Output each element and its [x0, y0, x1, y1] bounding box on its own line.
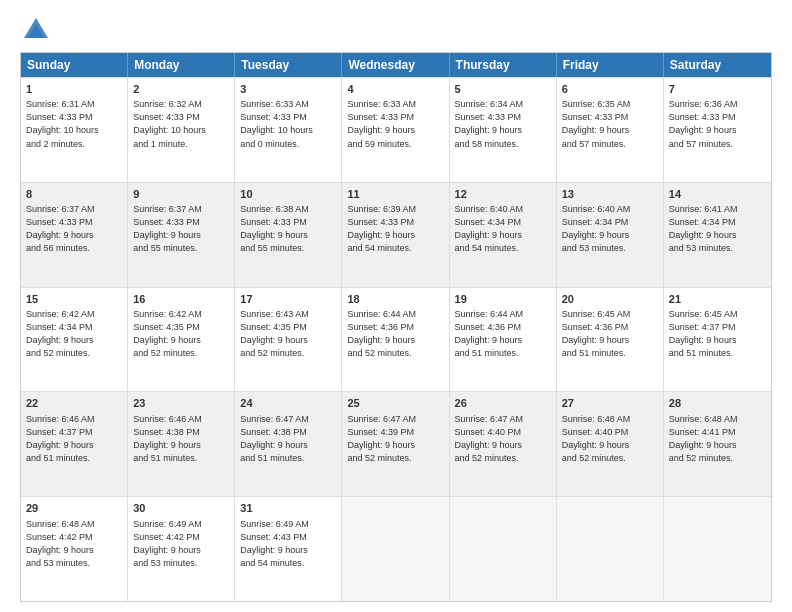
table-row: 2Sunrise: 6:32 AMSunset: 4:33 PMDaylight…: [128, 78, 235, 182]
day-number: 18: [347, 292, 443, 307]
day-number: 30: [133, 501, 229, 516]
table-row: 29Sunrise: 6:48 AMSunset: 4:42 PMDayligh…: [21, 497, 128, 601]
calendar-header: SundayMondayTuesdayWednesdayThursdayFrid…: [21, 53, 771, 77]
day-info: Sunrise: 6:46 AMSunset: 4:38 PMDaylight:…: [133, 413, 229, 465]
day-number: 25: [347, 396, 443, 411]
day-number: 28: [669, 396, 766, 411]
day-info: Sunrise: 6:37 AMSunset: 4:33 PMDaylight:…: [133, 203, 229, 255]
day-info: Sunrise: 6:41 AMSunset: 4:34 PMDaylight:…: [669, 203, 766, 255]
day-info: Sunrise: 6:47 AMSunset: 4:39 PMDaylight:…: [347, 413, 443, 465]
table-row: 19Sunrise: 6:44 AMSunset: 4:36 PMDayligh…: [450, 288, 557, 392]
day-number: 11: [347, 187, 443, 202]
day-info: Sunrise: 6:35 AMSunset: 4:33 PMDaylight:…: [562, 98, 658, 150]
day-info: Sunrise: 6:49 AMSunset: 4:42 PMDaylight:…: [133, 518, 229, 570]
day-number: 4: [347, 82, 443, 97]
header-day-tuesday: Tuesday: [235, 53, 342, 77]
day-info: Sunrise: 6:39 AMSunset: 4:33 PMDaylight:…: [347, 203, 443, 255]
table-row: [450, 497, 557, 601]
day-info: Sunrise: 6:33 AMSunset: 4:33 PMDaylight:…: [240, 98, 336, 150]
header-day-sunday: Sunday: [21, 53, 128, 77]
day-number: 1: [26, 82, 122, 97]
day-number: 5: [455, 82, 551, 97]
table-row: 6Sunrise: 6:35 AMSunset: 4:33 PMDaylight…: [557, 78, 664, 182]
day-number: 27: [562, 396, 658, 411]
table-row: 1Sunrise: 6:31 AMSunset: 4:33 PMDaylight…: [21, 78, 128, 182]
day-info: Sunrise: 6:40 AMSunset: 4:34 PMDaylight:…: [455, 203, 551, 255]
day-number: 9: [133, 187, 229, 202]
day-info: Sunrise: 6:49 AMSunset: 4:43 PMDaylight:…: [240, 518, 336, 570]
header-day-saturday: Saturday: [664, 53, 771, 77]
calendar-week-5: 29Sunrise: 6:48 AMSunset: 4:42 PMDayligh…: [21, 496, 771, 601]
day-info: Sunrise: 6:31 AMSunset: 4:33 PMDaylight:…: [26, 98, 122, 150]
day-info: Sunrise: 6:47 AMSunset: 4:38 PMDaylight:…: [240, 413, 336, 465]
table-row: 22Sunrise: 6:46 AMSunset: 4:37 PMDayligh…: [21, 392, 128, 496]
day-info: Sunrise: 6:48 AMSunset: 4:42 PMDaylight:…: [26, 518, 122, 570]
table-row: 12Sunrise: 6:40 AMSunset: 4:34 PMDayligh…: [450, 183, 557, 287]
table-row: 10Sunrise: 6:38 AMSunset: 4:33 PMDayligh…: [235, 183, 342, 287]
day-number: 8: [26, 187, 122, 202]
day-number: 26: [455, 396, 551, 411]
table-row: 7Sunrise: 6:36 AMSunset: 4:33 PMDaylight…: [664, 78, 771, 182]
header-day-wednesday: Wednesday: [342, 53, 449, 77]
day-info: Sunrise: 6:33 AMSunset: 4:33 PMDaylight:…: [347, 98, 443, 150]
table-row: 20Sunrise: 6:45 AMSunset: 4:36 PMDayligh…: [557, 288, 664, 392]
calendar-week-1: 1Sunrise: 6:31 AMSunset: 4:33 PMDaylight…: [21, 77, 771, 182]
day-number: 24: [240, 396, 336, 411]
day-info: Sunrise: 6:34 AMSunset: 4:33 PMDaylight:…: [455, 98, 551, 150]
table-row: 13Sunrise: 6:40 AMSunset: 4:34 PMDayligh…: [557, 183, 664, 287]
header-day-monday: Monday: [128, 53, 235, 77]
day-info: Sunrise: 6:47 AMSunset: 4:40 PMDaylight:…: [455, 413, 551, 465]
day-number: 10: [240, 187, 336, 202]
table-row: 17Sunrise: 6:43 AMSunset: 4:35 PMDayligh…: [235, 288, 342, 392]
table-row: 27Sunrise: 6:48 AMSunset: 4:40 PMDayligh…: [557, 392, 664, 496]
table-row: 31Sunrise: 6:49 AMSunset: 4:43 PMDayligh…: [235, 497, 342, 601]
day-number: 29: [26, 501, 122, 516]
table-row: 18Sunrise: 6:44 AMSunset: 4:36 PMDayligh…: [342, 288, 449, 392]
day-number: 19: [455, 292, 551, 307]
day-info: Sunrise: 6:32 AMSunset: 4:33 PMDaylight:…: [133, 98, 229, 150]
table-row: 16Sunrise: 6:42 AMSunset: 4:35 PMDayligh…: [128, 288, 235, 392]
day-number: 12: [455, 187, 551, 202]
day-info: Sunrise: 6:38 AMSunset: 4:33 PMDaylight:…: [240, 203, 336, 255]
day-number: 15: [26, 292, 122, 307]
page: SundayMondayTuesdayWednesdayThursdayFrid…: [0, 0, 792, 612]
table-row: 3Sunrise: 6:33 AMSunset: 4:33 PMDaylight…: [235, 78, 342, 182]
day-number: 17: [240, 292, 336, 307]
logo: [20, 16, 50, 44]
day-info: Sunrise: 6:45 AMSunset: 4:36 PMDaylight:…: [562, 308, 658, 360]
day-info: Sunrise: 6:42 AMSunset: 4:34 PMDaylight:…: [26, 308, 122, 360]
table-row: [342, 497, 449, 601]
day-number: 3: [240, 82, 336, 97]
day-number: 6: [562, 82, 658, 97]
table-row: 25Sunrise: 6:47 AMSunset: 4:39 PMDayligh…: [342, 392, 449, 496]
calendar-week-3: 15Sunrise: 6:42 AMSunset: 4:34 PMDayligh…: [21, 287, 771, 392]
day-info: Sunrise: 6:46 AMSunset: 4:37 PMDaylight:…: [26, 413, 122, 465]
day-number: 21: [669, 292, 766, 307]
table-row: 14Sunrise: 6:41 AMSunset: 4:34 PMDayligh…: [664, 183, 771, 287]
day-info: Sunrise: 6:40 AMSunset: 4:34 PMDaylight:…: [562, 203, 658, 255]
calendar: SundayMondayTuesdayWednesdayThursdayFrid…: [20, 52, 772, 602]
day-number: 14: [669, 187, 766, 202]
header-day-thursday: Thursday: [450, 53, 557, 77]
day-number: 23: [133, 396, 229, 411]
table-row: 23Sunrise: 6:46 AMSunset: 4:38 PMDayligh…: [128, 392, 235, 496]
table-row: 30Sunrise: 6:49 AMSunset: 4:42 PMDayligh…: [128, 497, 235, 601]
day-number: 7: [669, 82, 766, 97]
table-row: 21Sunrise: 6:45 AMSunset: 4:37 PMDayligh…: [664, 288, 771, 392]
header-day-friday: Friday: [557, 53, 664, 77]
day-number: 13: [562, 187, 658, 202]
day-number: 20: [562, 292, 658, 307]
table-row: 5Sunrise: 6:34 AMSunset: 4:33 PMDaylight…: [450, 78, 557, 182]
day-info: Sunrise: 6:36 AMSunset: 4:33 PMDaylight:…: [669, 98, 766, 150]
day-number: 2: [133, 82, 229, 97]
table-row: 24Sunrise: 6:47 AMSunset: 4:38 PMDayligh…: [235, 392, 342, 496]
day-number: 16: [133, 292, 229, 307]
table-row: 11Sunrise: 6:39 AMSunset: 4:33 PMDayligh…: [342, 183, 449, 287]
logo-icon: [22, 16, 50, 44]
day-info: Sunrise: 6:44 AMSunset: 4:36 PMDaylight:…: [455, 308, 551, 360]
day-info: Sunrise: 6:48 AMSunset: 4:41 PMDaylight:…: [669, 413, 766, 465]
day-info: Sunrise: 6:48 AMSunset: 4:40 PMDaylight:…: [562, 413, 658, 465]
calendar-week-4: 22Sunrise: 6:46 AMSunset: 4:37 PMDayligh…: [21, 391, 771, 496]
table-row: [557, 497, 664, 601]
table-row: 8Sunrise: 6:37 AMSunset: 4:33 PMDaylight…: [21, 183, 128, 287]
